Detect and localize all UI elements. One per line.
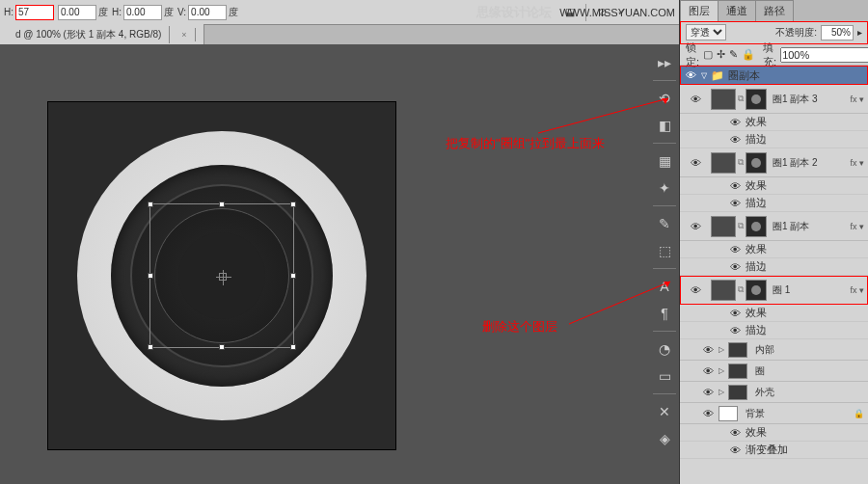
layer-mask (746, 152, 767, 174)
layer-row-selected[interactable]: 👁 ⧉ 圈 1 fx ▾ (680, 276, 868, 305)
visibility-icon[interactable]: 👁 (728, 307, 742, 320)
tool-icon[interactable]: ⬚ (652, 238, 677, 263)
visibility-icon[interactable]: 👁 (728, 260, 742, 274)
layer-thumb (711, 280, 736, 301)
layers-panel: 图层 通道 路径 穿透 不透明度: ▸ 锁定: ▢✢✎🔒 填充: ▸ 👁 ▽ 📁… (679, 0, 868, 484)
visibility-icon[interactable]: 👁 (728, 179, 742, 193)
transform-handle[interactable] (219, 344, 225, 350)
transform-handle[interactable] (148, 273, 153, 279)
watermark-site: 思缘设计论坛 (476, 5, 552, 19)
layer-effect[interactable]: 👁效果 (680, 241, 868, 258)
lock-icon[interactable]: ✎ (729, 48, 738, 61)
visibility-icon[interactable]: 👁 (728, 324, 742, 337)
layer-effect[interactable]: 👁描边 (680, 258, 868, 276)
visibility-icon[interactable]: 👁 (701, 386, 715, 399)
disclosure-icon[interactable]: ▷ (719, 366, 724, 375)
layer-effect[interactable]: 👁描边 (680, 322, 868, 339)
visibility-icon[interactable]: 👁 (701, 364, 715, 378)
fx-badge[interactable]: fx ▾ (850, 158, 866, 168)
layer-thumb (719, 406, 738, 421)
close-icon[interactable]: × (174, 28, 195, 41)
blend-mode-select[interactable]: 穿透 (686, 24, 726, 40)
transform-bounding-box[interactable] (149, 203, 294, 348)
field-v: V:度 (177, 5, 238, 20)
layer-row[interactable]: 👁▷内部 (680, 339, 868, 361)
arrow-1 (538, 96, 673, 135)
brush-icon[interactable]: ✎ (652, 211, 677, 236)
tool-icon[interactable]: ▸▸ (652, 50, 677, 75)
transform-handle[interactable] (290, 202, 296, 207)
visibility-icon[interactable]: 👁 (728, 444, 742, 457)
visibility-icon[interactable]: 👁 (689, 93, 702, 106)
tool-icon[interactable]: ◈ (652, 426, 677, 451)
layer-row[interactable]: 👁▷外壳 (680, 382, 868, 403)
layer-effect[interactable]: 👁效果 (680, 424, 868, 442)
layer-thumb (711, 89, 736, 110)
lock-row: 锁定: ▢✢✎🔒 填充: ▸ (680, 44, 868, 66)
layer-effect[interactable]: 👁效果 (680, 305, 868, 322)
fill-input[interactable] (780, 47, 868, 63)
fx-badge[interactable]: fx ▾ (850, 285, 866, 295)
visibility-icon[interactable]: 👁 (701, 407, 715, 420)
visibility-icon[interactable]: 👁 (728, 133, 742, 147)
transform-handle[interactable] (148, 344, 153, 350)
disclosure-icon[interactable]: ▷ (719, 345, 724, 354)
layer-mask (746, 280, 767, 301)
opacity-input[interactable] (821, 25, 854, 40)
panel-tabs: 图层 通道 路径 (680, 0, 868, 21)
input-h2[interactable] (123, 5, 162, 20)
svg-line-2 (569, 282, 670, 324)
layer-row[interactable]: 👁 ⧉ 圈1 副本 fx ▾ (680, 212, 868, 241)
layer-effect[interactable]: 👁效果 (680, 177, 868, 195)
link-icon: ⧉ (738, 284, 744, 295)
transform-center[interactable] (219, 273, 227, 281)
transform-handle[interactable] (290, 344, 296, 350)
layer-mask (746, 216, 767, 237)
layer-effect[interactable]: 👁描边 (680, 131, 868, 148)
fx-badge[interactable]: fx ▾ (850, 222, 866, 231)
layer-effect[interactable]: 👁描边 (680, 195, 868, 212)
tool-icon[interactable]: ▭ (652, 363, 677, 389)
disclosure-icon[interactable]: ▽ (701, 71, 707, 80)
visibility-icon[interactable]: 👁 (728, 116, 742, 129)
fx-badge[interactable]: fx ▾ (850, 94, 866, 104)
visibility-icon[interactable]: 👁 (728, 426, 742, 440)
input-angle[interactable] (58, 5, 96, 20)
visibility-icon[interactable]: 👁 (728, 197, 742, 210)
layer-thumb (711, 216, 736, 237)
lock-icon[interactable]: 🔒 (742, 48, 755, 61)
tool-icon[interactable]: ✕ (652, 399, 677, 424)
visibility-icon[interactable]: 👁 (689, 283, 702, 297)
swatches-icon[interactable]: ▦ (652, 148, 677, 174)
watermark-url: WWW.MISSYUAN.COM (559, 7, 675, 18)
visibility-icon[interactable]: 👁 (701, 343, 715, 357)
tab-layers[interactable]: 图层 (680, 0, 719, 21)
input-v[interactable] (188, 5, 227, 20)
visibility-icon[interactable]: 👁 (728, 243, 742, 256)
artboard (48, 102, 395, 449)
layer-row[interactable]: 👁 ⧉ 圈1 副本 3 fx ▾ (680, 85, 868, 114)
document-tab[interactable]: d @ 100% (形状 1 副本 4, RGB/8)× (0, 24, 204, 45)
lock-icon[interactable]: ▢ (703, 48, 713, 61)
layer-row[interactable]: 👁▷圈 (680, 361, 868, 382)
layer-effect[interactable]: 👁渐变叠加 (680, 442, 868, 459)
transform-handle[interactable] (290, 273, 296, 279)
link-icon: ⧉ (738, 157, 744, 168)
field-angle: 度 (58, 5, 108, 20)
transform-handle[interactable] (148, 202, 153, 207)
tool-icon[interactable]: ◔ (652, 336, 677, 362)
visibility-icon[interactable]: 👁 (684, 68, 697, 82)
visibility-icon[interactable]: 👁 (689, 220, 702, 233)
layer-row[interactable]: 👁背景🔒 (680, 403, 868, 424)
input-h1[interactable] (15, 5, 54, 20)
visibility-icon[interactable]: 👁 (689, 156, 702, 170)
tab-paths[interactable]: 路径 (755, 0, 794, 21)
arrow-2 (569, 280, 675, 328)
tab-channels[interactable]: 通道 (718, 0, 756, 21)
transform-handle[interactable] (219, 202, 225, 207)
layer-effect[interactable]: 👁效果 (680, 114, 868, 131)
disclosure-icon[interactable]: ▷ (719, 388, 724, 396)
layer-row[interactable]: 👁 ⧉ 圈1 副本 2 fx ▾ (680, 148, 868, 177)
lock-icon[interactable]: ✢ (717, 48, 725, 61)
tool-icon[interactable]: ✦ (652, 175, 677, 201)
